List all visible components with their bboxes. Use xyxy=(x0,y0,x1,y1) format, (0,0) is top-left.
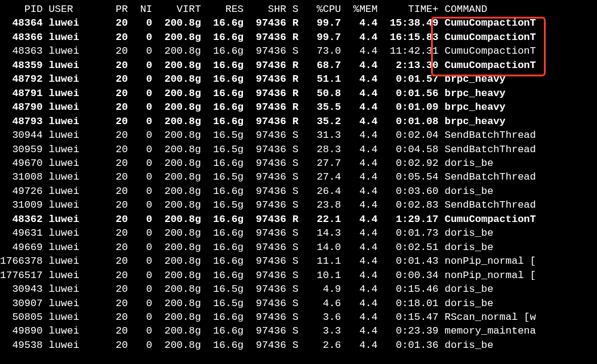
process-row: 49890 luwei 20 0 200.8g 16.6g 97436 S 3.… xyxy=(0,324,597,338)
process-row: 30907 luwei 20 0 200.8g 16.5g 97436 S 4.… xyxy=(0,297,597,310)
process-row: 1776517 luwei 20 0 200.8g 16.6g 97436 S … xyxy=(0,269,597,282)
process-row: 49538 luwei 20 0 200.8g 16.6g 97436 S 2.… xyxy=(0,338,597,352)
process-row: 49669 luwei 20 0 200.8g 16.6g 97436 S 14… xyxy=(0,240,597,254)
process-row: 50805 luwei 20 0 200.8g 16.6g 97436 S 3.… xyxy=(0,310,597,324)
terminal-output: PID USER PR NI VIRT RES SHR S %CPU %MEM … xyxy=(0,0,597,352)
process-row: 48790 luwei 20 0 200.8g 16.6g 97436 R 35… xyxy=(0,100,597,114)
process-row: 48359 luwei 20 0 200.8g 16.6g 97436 R 68… xyxy=(0,58,597,72)
process-row: 48792 luwei 20 0 200.8g 16.6g 97436 R 51… xyxy=(0,72,597,86)
process-row: 49670 luwei 20 0 200.8g 16.6g 97436 S 27… xyxy=(0,156,597,170)
process-row: 48366 luwei 20 0 200.8g 16.6g 97436 R 99… xyxy=(0,30,597,44)
process-row: 31008 luwei 20 0 200.8g 16.5g 97436 S 27… xyxy=(0,170,597,184)
process-row: 49631 luwei 20 0 200.8g 16.6g 97436 S 14… xyxy=(0,226,597,240)
process-row: 48793 luwei 20 0 200.8g 16.6g 97436 R 35… xyxy=(0,115,597,128)
process-row: 30944 luwei 20 0 200.8g 16.5g 97436 S 31… xyxy=(0,128,597,142)
process-row: 48362 luwei 20 0 200.8g 16.6g 97436 R 22… xyxy=(0,212,597,226)
process-row: 48791 luwei 20 0 200.8g 16.6g 97436 R 50… xyxy=(0,87,597,100)
process-table-header: PID USER PR NI VIRT RES SHR S %CPU %MEM … xyxy=(0,2,597,16)
process-row: 31009 luwei 20 0 200.8g 16.5g 97436 S 23… xyxy=(0,198,597,212)
process-row: 48363 luwei 20 0 200.8g 16.6g 97436 S 73… xyxy=(0,44,597,58)
process-row: 30943 luwei 20 0 200.8g 16.5g 97436 S 4.… xyxy=(0,282,597,296)
process-row: 1766378 luwei 20 0 200.8g 16.6g 97436 S … xyxy=(0,254,597,268)
process-row: 48364 luwei 20 0 200.8g 16.6g 97436 R 99… xyxy=(0,16,597,30)
process-row: 30959 luwei 20 0 200.8g 16.5g 97436 S 28… xyxy=(0,143,597,156)
process-row: 49726 luwei 20 0 200.8g 16.6g 97436 S 26… xyxy=(0,184,597,198)
